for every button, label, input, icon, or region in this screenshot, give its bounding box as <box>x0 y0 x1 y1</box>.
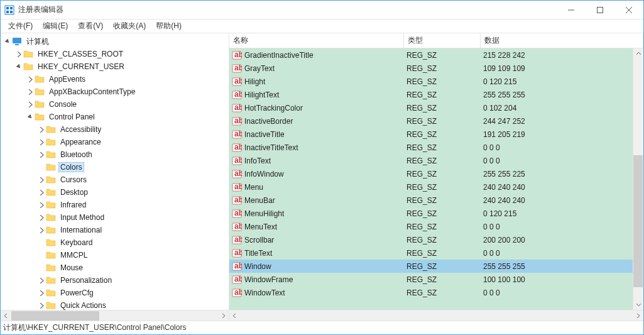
collapse-icon[interactable] <box>14 64 23 70</box>
menu-item[interactable]: 帮助(H) <box>151 19 187 33</box>
list-row[interactable]: abWindowREG_SZ255 255 255 <box>229 260 643 273</box>
tree-node[interactable]: AppXBackupContentType <box>1 85 229 98</box>
column-name[interactable]: 名称 <box>229 33 404 48</box>
list-row[interactable]: abInfoTextREG_SZ0 0 0 <box>229 154 643 167</box>
tree-node[interactable]: Control Panel <box>1 111 229 123</box>
list-horizontal-scrollbar[interactable] <box>229 310 643 321</box>
list-row[interactable]: abHotTrackingColorREG_SZ0 102 204 <box>229 101 643 114</box>
scroll-left-button[interactable] <box>1 311 11 321</box>
cell-data: 0 0 0 <box>481 288 643 297</box>
expand-icon[interactable] <box>37 278 46 283</box>
scroll-track[interactable] <box>633 59 643 299</box>
cell-type: REG_SZ <box>404 157 481 165</box>
maximize-button[interactable] <box>586 1 614 19</box>
tree-node[interactable]: Cursors <box>1 173 229 186</box>
menu-item[interactable]: 文件(F) <box>3 19 38 33</box>
tree-node-label: International <box>58 225 104 235</box>
menu-item[interactable]: 收藏夹(A) <box>108 19 151 33</box>
expand-icon[interactable] <box>26 102 35 107</box>
expand-icon[interactable] <box>26 77 35 82</box>
list-row[interactable]: abMenuHilightREG_SZ0 120 215 <box>229 207 643 220</box>
tree-node[interactable]: HKEY_CURRENT_USER <box>1 60 229 73</box>
list-vertical-scrollbar[interactable] <box>633 48 643 310</box>
expand-icon[interactable] <box>37 228 46 233</box>
cell-name: abMenuBar <box>229 195 404 206</box>
expand-icon[interactable] <box>37 202 46 208</box>
list-row[interactable]: abMenuTextREG_SZ0 0 0 <box>229 220 643 233</box>
list-row[interactable]: abHilightREG_SZ0 120 215 <box>229 75 643 88</box>
close-button[interactable] <box>614 1 643 19</box>
column-data[interactable]: 数据 <box>481 33 643 48</box>
expand-icon[interactable] <box>37 290 46 296</box>
tree-node[interactable]: Colors <box>1 161 229 173</box>
tree-node[interactable]: Infrared <box>1 199 229 211</box>
tree-node[interactable]: PowerCfg <box>1 287 229 299</box>
tree-view[interactable]: 计算机HKEY_CLASSES_ROOTHKEY_CURRENT_USERApp… <box>1 33 229 310</box>
list-row[interactable]: abMenuBarREG_SZ240 240 240 <box>229 194 643 207</box>
column-type[interactable]: 类型 <box>404 33 481 48</box>
tree-node[interactable]: Personalization <box>1 274 229 287</box>
expand-icon[interactable] <box>37 215 46 221</box>
tree-node[interactable]: Keyboard <box>1 236 229 249</box>
cell-data: 0 0 0 <box>481 222 643 231</box>
list-row[interactable]: abWindowFrameREG_SZ100 100 100 <box>229 273 643 286</box>
tree-node-label: Accessibility <box>58 124 103 135</box>
tree-node[interactable]: 计算机 <box>1 35 229 48</box>
list-row[interactable]: abGradientInactiveTitleREG_SZ215 228 242 <box>229 48 643 62</box>
tree-node[interactable]: International <box>1 224 229 236</box>
expand-icon[interactable] <box>37 303 46 309</box>
svg-rect-4 <box>10 11 13 13</box>
expand-icon[interactable] <box>37 190 46 195</box>
scroll-right-button[interactable] <box>218 311 229 321</box>
list-row[interactable]: abTitleTextREG_SZ0 0 0 <box>229 246 643 260</box>
scroll-down-button[interactable] <box>633 299 643 310</box>
cell-data: 244 247 252 <box>481 117 643 126</box>
tree-node[interactable]: MMCPL <box>1 249 229 261</box>
scroll-thumb[interactable] <box>633 155 643 287</box>
cell-type: REG_SZ <box>404 222 481 231</box>
tree-node[interactable]: Mouse <box>1 261 229 274</box>
cell-name: abInactiveTitleText <box>229 143 404 153</box>
tree-node[interactable]: Appearance <box>1 136 229 148</box>
list-row[interactable]: abInactiveTitleTextREG_SZ0 0 0 <box>229 141 643 154</box>
list-row[interactable]: abWindowTextREG_SZ0 0 0 <box>229 286 643 299</box>
expand-icon[interactable] <box>37 140 46 145</box>
list-row[interactable]: abGrayTextREG_SZ109 109 109 <box>229 62 643 75</box>
scroll-track[interactable] <box>240 311 633 321</box>
expand-icon[interactable] <box>14 52 23 57</box>
tree-node[interactable]: Input Method <box>1 211 229 224</box>
list-view[interactable]: abGradientInactiveTitleREG_SZ215 228 242… <box>229 48 643 310</box>
cell-name: abMenuHilight <box>229 209 404 219</box>
menu-item[interactable]: 编辑(E) <box>38 19 73 33</box>
scroll-up-button[interactable] <box>633 48 643 59</box>
minimize-button[interactable] <box>557 1 586 19</box>
list-row[interactable]: abInfoWindowREG_SZ255 255 225 <box>229 167 643 180</box>
expand-icon[interactable] <box>37 177 46 183</box>
scroll-left-button[interactable] <box>229 311 240 321</box>
scroll-thumb[interactable] <box>11 311 99 321</box>
tree-node[interactable]: Quick Actions <box>1 299 229 310</box>
menu-item[interactable]: 查看(V) <box>73 19 108 33</box>
cell-type: REG_SZ <box>404 288 481 297</box>
tree-node-label: Colors <box>58 162 84 172</box>
expand-icon[interactable] <box>26 89 35 95</box>
scroll-right-button[interactable] <box>633 311 643 321</box>
expand-icon[interactable] <box>37 152 46 158</box>
list-row[interactable]: abInactiveTitleREG_SZ191 205 219 <box>229 128 643 141</box>
collapse-icon[interactable] <box>3 39 12 45</box>
scroll-track[interactable] <box>11 311 218 321</box>
tree-node[interactable]: Accessibility <box>1 123 229 136</box>
list-row[interactable]: abHilightTextREG_SZ255 255 255 <box>229 88 643 101</box>
tree-node[interactable]: HKEY_CLASSES_ROOT <box>1 48 229 60</box>
expand-icon[interactable] <box>37 127 46 133</box>
list-row[interactable]: abMenuREG_SZ240 240 240 <box>229 180 643 194</box>
tree-node[interactable]: Desktop <box>1 186 229 199</box>
cell-name: abWindowFrame <box>229 275 404 285</box>
tree-node[interactable]: Bluetooth <box>1 148 229 161</box>
tree-node[interactable]: Console <box>1 98 229 111</box>
collapse-icon[interactable] <box>26 114 35 120</box>
tree-horizontal-scrollbar[interactable] <box>1 310 229 321</box>
list-row[interactable]: abInactiveBorderREG_SZ244 247 252 <box>229 114 643 128</box>
list-row[interactable]: abScrollbarREG_SZ200 200 200 <box>229 233 643 246</box>
tree-node[interactable]: AppEvents <box>1 73 229 85</box>
